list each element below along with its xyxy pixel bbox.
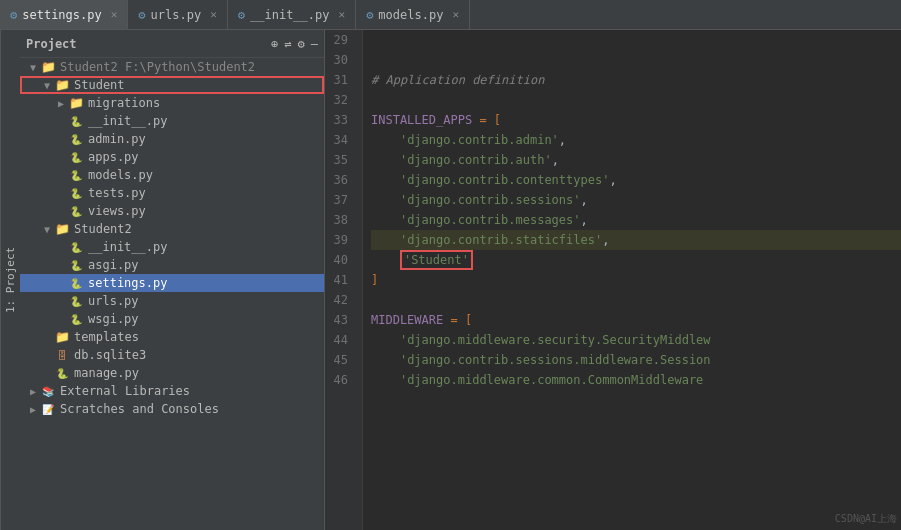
project-panel-label[interactable]: 1: Project bbox=[0, 30, 20, 530]
tree-item-migrations[interactable]: ▶📁migrations bbox=[20, 94, 324, 112]
token-string: 'django.contrib.sessions' bbox=[400, 190, 581, 210]
token-normal bbox=[371, 230, 400, 250]
line-number-39: 39 bbox=[325, 230, 354, 250]
token-normal: , bbox=[559, 130, 566, 150]
tree-item-urls-py[interactable]: 🐍urls.py bbox=[20, 292, 324, 310]
line-number-46: 46 bbox=[325, 370, 354, 390]
code-line-44: 'django.middleware.security.SecurityMidd… bbox=[371, 330, 901, 350]
tab-init[interactable]: ⚙ __init__.py ✕ bbox=[228, 0, 356, 29]
token-varname: MIDDLEWARE bbox=[371, 310, 443, 330]
tree-arrow-student2-root: ▼ bbox=[26, 62, 40, 73]
tab-settings[interactable]: ⚙ settings.py ✕ bbox=[0, 0, 128, 29]
code-line-46: 'django.middleware.common.CommonMiddlewa… bbox=[371, 370, 901, 390]
tree-icon-db-sqlite3: 🗄 bbox=[54, 348, 70, 362]
tree-icon-scratches: 📝 bbox=[40, 402, 56, 416]
tree-item-views-py[interactable]: 🐍views.py bbox=[20, 202, 324, 220]
models-tab-close[interactable]: ✕ bbox=[452, 8, 459, 21]
code-line-39: 'django.contrib.staticfiles', bbox=[371, 230, 901, 250]
tree-item-manage-py[interactable]: 🐍manage.py bbox=[20, 364, 324, 382]
token-normal: , bbox=[609, 170, 616, 190]
tree-item-db-sqlite3[interactable]: 🗄db.sqlite3 bbox=[20, 346, 324, 364]
tree-item-templates[interactable]: 📁templates bbox=[20, 328, 324, 346]
tree-label-student2-root: Student2 F:\Python\Student2 bbox=[60, 60, 255, 74]
tree-label-models-py: models.py bbox=[88, 168, 153, 182]
tree-label-init-s2: __init__.py bbox=[88, 240, 167, 254]
code-line-33: INSTALLED_APPS = [ bbox=[371, 110, 901, 130]
urls-tab-close[interactable]: ✕ bbox=[210, 8, 217, 21]
code-line-30 bbox=[371, 50, 901, 70]
token-operator: = bbox=[450, 310, 457, 330]
tree-icon-asgi-py: 🐍 bbox=[68, 258, 84, 272]
token-string: 'django.middleware.common.CommonMiddlewa… bbox=[400, 370, 703, 390]
code-lines: # Application definitionINSTALLED_APPS =… bbox=[363, 30, 901, 530]
settings-tab-close[interactable]: ✕ bbox=[111, 8, 118, 21]
tree-item-scratches[interactable]: ▶📝Scratches and Consoles bbox=[20, 400, 324, 418]
token-normal bbox=[371, 210, 400, 230]
urls-tab-label: urls.py bbox=[151, 8, 202, 22]
init-tab-label: __init__.py bbox=[250, 8, 329, 22]
token-normal bbox=[371, 150, 400, 170]
tree-item-asgi-py[interactable]: 🐍asgi.py bbox=[20, 256, 324, 274]
tree-arrow-student2-sub: ▼ bbox=[40, 224, 54, 235]
code-line-34: 'django.contrib.admin', bbox=[371, 130, 901, 150]
tree-icon-init-student: 🐍 bbox=[68, 114, 84, 128]
tree-item-models-py[interactable]: 🐍models.py bbox=[20, 166, 324, 184]
sidebar-title: Project bbox=[26, 37, 77, 51]
tree-label-urls-py: urls.py bbox=[88, 294, 139, 308]
tree-item-tests-py[interactable]: 🐍tests.py bbox=[20, 184, 324, 202]
code-editor[interactable]: 293031323334353637383940414243444546 # A… bbox=[325, 30, 901, 530]
code-line-36: 'django.contrib.contenttypes', bbox=[371, 170, 901, 190]
tree-item-wsgi-py[interactable]: 🐍wsgi.py bbox=[20, 310, 324, 328]
token-comment: # Application definition bbox=[371, 70, 544, 90]
token-operator: = bbox=[479, 110, 486, 130]
tree-icon-student2-root: 📁 bbox=[40, 60, 56, 74]
line-number-32: 32 bbox=[325, 90, 354, 110]
models-tab-icon: ⚙ bbox=[366, 8, 373, 22]
tree-label-manage-py: manage.py bbox=[74, 366, 139, 380]
tree-icon-migrations: 📁 bbox=[68, 96, 84, 110]
layout-icon[interactable]: ⇌ bbox=[284, 37, 291, 51]
token-normal bbox=[371, 130, 400, 150]
token-string: 'django.contrib.auth' bbox=[400, 150, 552, 170]
token-normal: , bbox=[552, 150, 559, 170]
tree-icon-templates: 📁 bbox=[54, 330, 70, 344]
tree-label-scratches: Scratches and Consoles bbox=[60, 402, 219, 416]
tree-label-init-student: __init__.py bbox=[88, 114, 167, 128]
token-normal bbox=[371, 170, 400, 190]
tree-item-external-libs[interactable]: ▶📚External Libraries bbox=[20, 382, 324, 400]
token-string: 'django.contrib.admin' bbox=[400, 130, 559, 150]
token-string: 'django.contrib.staticfiles' bbox=[400, 230, 602, 250]
token-normal bbox=[371, 250, 400, 270]
token-normal: , bbox=[581, 210, 588, 230]
tree-icon-external-libs: 📚 bbox=[40, 384, 56, 398]
token-normal bbox=[371, 350, 400, 370]
sidebar-toolbar: ⊕ ⇌ ⚙ — bbox=[271, 37, 318, 51]
tree-label-student-folder: Student bbox=[74, 78, 125, 92]
token-string: 'django.contrib.sessions.middleware.Sess… bbox=[400, 350, 711, 370]
tree-item-settings-py[interactable]: 🐍settings.py bbox=[20, 274, 324, 292]
line-number-33: 33 bbox=[325, 110, 354, 130]
tab-models[interactable]: ⚙ models.py ✕ bbox=[356, 0, 470, 29]
code-line-45: 'django.contrib.sessions.middleware.Sess… bbox=[371, 350, 901, 370]
line-number-35: 35 bbox=[325, 150, 354, 170]
add-icon[interactable]: ⊕ bbox=[271, 37, 278, 51]
minimize-icon[interactable]: — bbox=[311, 37, 318, 51]
tab-urls[interactable]: ⚙ urls.py ✕ bbox=[128, 0, 227, 29]
token-normal bbox=[371, 190, 400, 210]
tree-item-init-student[interactable]: 🐍__init__.py bbox=[20, 112, 324, 130]
code-line-42 bbox=[371, 290, 901, 310]
tree-item-apps-py[interactable]: 🐍apps.py bbox=[20, 148, 324, 166]
tree-item-init-s2[interactable]: 🐍__init__.py bbox=[20, 238, 324, 256]
tree-item-student2-sub[interactable]: ▼📁Student2 bbox=[20, 220, 324, 238]
token-normal bbox=[443, 310, 450, 330]
sidebar: Project ⊕ ⇌ ⚙ — ▼📁Student2 F:\Python\Stu… bbox=[20, 30, 325, 530]
gear-icon[interactable]: ⚙ bbox=[298, 37, 305, 51]
tree-item-admin-py[interactable]: 🐍admin.py bbox=[20, 130, 324, 148]
tree-item-student-folder[interactable]: ▼📁Student bbox=[20, 76, 324, 94]
tree-icon-student-folder: 📁 bbox=[54, 78, 70, 92]
token-bracket: ] bbox=[371, 270, 378, 290]
tree-item-student2-root[interactable]: ▼📁Student2 F:\Python\Student2 bbox=[20, 58, 324, 76]
tree-label-migrations: migrations bbox=[88, 96, 160, 110]
init-tab-close[interactable]: ✕ bbox=[339, 8, 346, 21]
token-string: 'django.contrib.contenttypes' bbox=[400, 170, 610, 190]
